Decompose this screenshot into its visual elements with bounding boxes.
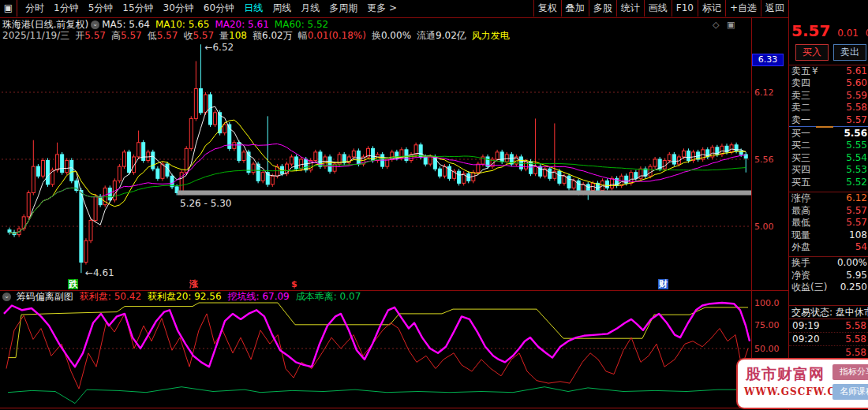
stat-row-换手: 换手0.00%: [789, 257, 868, 270]
svg-text:←4.61: ←4.61: [85, 267, 114, 278]
indicator-sub-chart[interactable]: [0, 292, 751, 408]
price-axis-label: 6.12: [754, 88, 786, 98]
indicator-axis-label: 50.00: [754, 344, 786, 354]
indicator-title: 筹码偏离副图: [17, 291, 73, 302]
menu-item-叠加[interactable]: 叠加: [561, 0, 589, 17]
menu-item-多周期[interactable]: 多周期: [324, 0, 362, 17]
watermark-badges: 指标分享名师课程: [832, 364, 868, 404]
menu-item-F10[interactable]: F10: [672, 0, 698, 17]
menu-item-复权[interactable]: 复权: [533, 0, 561, 17]
order-book-row-卖二[interactable]: 卖二5.58: [789, 102, 868, 114]
menu-item-5分钟[interactable]: 5分钟: [84, 0, 118, 17]
signal-marker-涨: 涨: [189, 279, 199, 289]
stat-row-净资: 净资5.95: [789, 270, 868, 282]
price-summary: 5.57 0.01 0.18: [791, 21, 868, 40]
watermark-badge: 指标分享: [832, 364, 868, 380]
signal-marker-跌: 跌: [68, 279, 78, 289]
menu-item-60分钟[interactable]: 60分钟: [199, 0, 239, 17]
indicator-legend: 获利盘: 50.42获利盘20: 92.56挖坑线: 67.09成本乖离: 0.…: [80, 291, 368, 302]
window-panel-icon[interactable]: ▣: [0, 0, 17, 17]
order-book: 卖五¥5.61卖四5.60卖三5.59卖二5.58卖一5.57买一5.56买二5…: [789, 65, 868, 188]
price-axis-label: 5.56: [754, 155, 786, 165]
menu-item-月线[interactable]: 月线: [296, 0, 324, 17]
indicator-legend-item: 获利盘: 50.42: [80, 291, 141, 302]
watermark-badge: 名师课程: [832, 384, 868, 400]
menu-item-1分钟[interactable]: 1分钟: [49, 0, 84, 17]
main-candlestick-chart[interactable]: 5.26 - 5.30←6.52←4.61: [0, 17, 751, 290]
menu-item-30分钟[interactable]: 30分钟: [159, 0, 199, 17]
order-book-row-买二[interactable]: 买二5.55: [789, 140, 868, 151]
chart-right-border: [751, 17, 752, 408]
menu-item-多股[interactable]: 多股: [589, 0, 616, 17]
price-change: 0.01: [837, 28, 859, 39]
menu-item-+自选[interactable]: +自选: [725, 0, 761, 17]
stat-row-现量: 现量108: [789, 229, 868, 242]
menu-item-15分钟[interactable]: 15分钟: [118, 0, 158, 17]
menu-item-标记[interactable]: 标记: [698, 0, 725, 17]
price-axis-label: 5.00: [754, 222, 786, 232]
indicator-legend-item: 获利盘20: 92.56: [148, 291, 221, 302]
signal-marker-财: 财: [658, 279, 668, 289]
topbar-right-menu: 复权叠加多股统计画线F10标记+自选返回: [533, 0, 788, 17]
tick-row[interactable]: 09:195.58: [789, 319, 868, 333]
indicator-chevron-icon[interactable]: ⌄: [2, 293, 11, 301]
menu-item-日线[interactable]: 日线: [239, 0, 268, 17]
indicator-axis-label: 100.0: [754, 298, 786, 308]
signal-marker-$: $: [290, 279, 298, 289]
quote-sidebar: 5.57 0.01 0.18 买入 卖出 卖五¥5.61卖四5.60卖三5.59…: [789, 0, 868, 410]
stats-section-1: 涨停6.12最高5.57最低5.57现量108外盘54: [789, 192, 868, 254]
indicator-legend-item: 成本乖离: 0.07: [296, 291, 361, 302]
order-book-row-卖四[interactable]: 卖四5.60: [789, 77, 868, 89]
stat-row-外盘: 外盘54: [789, 241, 868, 254]
top-menu-bar: ▣ 分时1分钟5分钟15分钟30分钟60分钟日线周线月线多周期更多 > 复权叠加…: [0, 0, 868, 18]
order-book-row-买五[interactable]: 买五5.52: [789, 177, 868, 188]
stat-row-收益(三): 收益(三)0.250: [789, 281, 868, 294]
menu-item-返回[interactable]: 返回: [761, 0, 788, 17]
order-book-row-买三[interactable]: 买三5.54: [789, 152, 868, 164]
bottom-border: [0, 408, 868, 408]
buy-button[interactable]: 买入: [795, 44, 829, 61]
stat-row-最高: 最高5.57: [789, 205, 868, 218]
svg-text:5.26 - 5.30: 5.26 - 5.30: [180, 198, 231, 209]
price-axis-label: 6.33: [752, 54, 784, 66]
order-book-row-卖五[interactable]: 卖五¥5.61: [789, 65, 868, 77]
menu-item-画线[interactable]: 画线: [644, 0, 672, 17]
indicator-legend-item: 挖坑线: 67.09: [228, 291, 290, 302]
last-price: 5.57: [791, 21, 830, 40]
order-book-row-买一[interactable]: 买一5.56: [789, 128, 868, 140]
indicator-axis-label: 75.00: [754, 320, 786, 330]
menu-item-统计[interactable]: 统计: [616, 0, 644, 17]
order-book-row-买四[interactable]: 买四5.53: [789, 164, 868, 176]
watermark-card: 股市财富网 WWW.GSCFW.COM 指标分享名师课程: [736, 358, 868, 409]
menu-item-周线[interactable]: 周线: [268, 0, 296, 17]
sell-button[interactable]: 卖出: [833, 44, 866, 61]
tick-row[interactable]: 09:205.58: [789, 333, 868, 346]
order-book-row-卖三[interactable]: 卖三5.59: [789, 90, 868, 102]
sub-chart-header: ⌄ 筹码偏离副图获利盘: 50.42获利盘20: 92.56挖坑线: 67.09…: [2, 291, 367, 302]
stat-row-涨停: 涨停6.12: [789, 192, 868, 205]
trading-app-window: ▣ 分时1分钟5分钟15分钟30分钟60分钟日线周线月线多周期更多 > 复权叠加…: [0, 0, 868, 410]
trade-buttons: 买入 卖出: [789, 44, 868, 62]
svg-text:←6.52: ←6.52: [204, 42, 234, 53]
stat-row-最低: 最低5.57: [789, 217, 868, 229]
order-book-row-卖一[interactable]: 卖一5.57: [789, 114, 868, 126]
trade-status: 交易状态: 盘中休市: [789, 305, 868, 319]
menu-item-更多 >[interactable]: 更多 >: [362, 0, 402, 17]
menu-item-分时[interactable]: 分时: [21, 0, 49, 17]
topbar-left-menu: 分时1分钟5分钟15分钟30分钟60分钟日线周线月线多周期更多 >: [21, 0, 402, 17]
stats-section-2: 换手0.00%净资5.95收益(三)0.250: [789, 256, 868, 294]
watermark-title: 股市财富网: [746, 364, 825, 385]
